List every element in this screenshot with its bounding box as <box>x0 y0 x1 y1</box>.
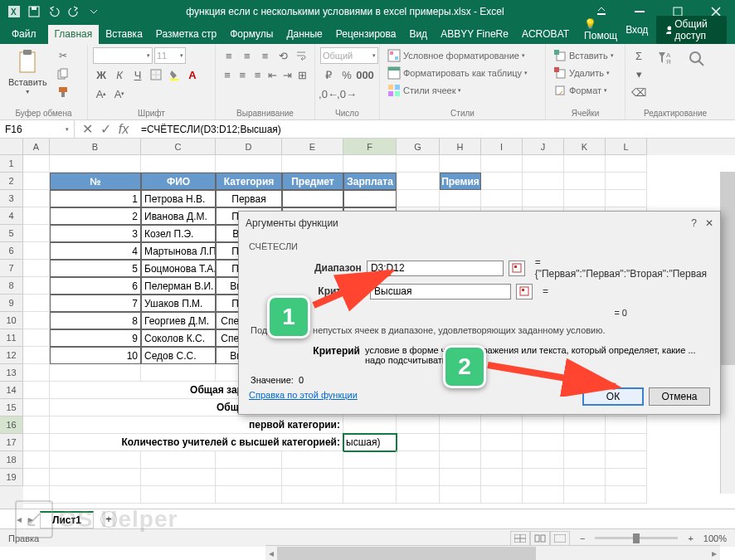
cell[interactable]: Первая <box>216 190 282 207</box>
cell[interactable] <box>23 382 50 399</box>
cell[interactable]: Пелерман В.И. <box>141 277 216 295</box>
sort-filter-button[interactable]: AЯ <box>652 47 679 100</box>
fx-icon[interactable]: fx <box>116 122 131 137</box>
row-header-15[interactable]: 15 <box>0 399 23 416</box>
active-cell[interactable]: ысшая) <box>343 434 397 451</box>
cell[interactable] <box>216 486 282 504</box>
dialog-close-icon[interactable]: ✕ <box>705 217 713 229</box>
cell[interactable] <box>397 434 440 451</box>
cell[interactable] <box>50 364 141 382</box>
cell[interactable] <box>343 190 397 207</box>
name-box[interactable]: F16▾ <box>0 120 75 138</box>
cell[interactable] <box>564 155 606 173</box>
cell[interactable] <box>397 486 440 504</box>
cell[interactable]: 3 <box>50 225 141 242</box>
cancel-button[interactable]: Отмена <box>649 387 710 406</box>
fill-icon[interactable]: ▾ <box>630 66 647 82</box>
cell[interactable] <box>564 469 606 486</box>
col-header-H[interactable]: H <box>440 139 481 155</box>
row-header-18[interactable]: 18 <box>0 451 23 469</box>
col-header-B[interactable]: B <box>50 139 141 155</box>
row-header-5[interactable]: 5 <box>0 225 23 242</box>
cell[interactable] <box>141 364 216 382</box>
format-cells-button[interactable]: Формат▾ <box>551 82 620 99</box>
cell[interactable]: Зарплата <box>343 173 397 190</box>
cell[interactable]: Седов С.С. <box>141 347 216 364</box>
clear-icon[interactable]: ⌫ <box>630 84 647 100</box>
cell[interactable] <box>523 469 564 486</box>
row-header-8[interactable]: 8 <box>0 277 23 295</box>
cell[interactable] <box>523 173 564 190</box>
cell[interactable] <box>481 155 523 173</box>
cell[interactable] <box>523 486 564 504</box>
increase-indent-icon[interactable]: ⇥ <box>281 66 294 83</box>
tab-insert[interactable]: Вставка <box>99 25 149 44</box>
accounting-format-icon[interactable]: ₽ <box>320 66 337 83</box>
row-header-2[interactable]: 2 <box>0 173 23 190</box>
tab-home[interactable]: Главная <box>48 25 100 44</box>
cell[interactable] <box>23 277 50 295</box>
autosum-icon[interactable]: Σ <box>630 47 647 64</box>
tab-abbyy[interactable]: ABBYY FineRe <box>434 25 515 44</box>
cell[interactable] <box>481 434 523 451</box>
comma-format-icon[interactable]: 000 <box>357 66 373 83</box>
copy-button[interactable] <box>54 66 72 82</box>
tab-formulas[interactable]: Формулы <box>223 25 280 44</box>
cell[interactable] <box>440 469 481 486</box>
signin[interactable]: Вход <box>625 24 648 36</box>
cell[interactable] <box>216 155 282 173</box>
row-header-10[interactable]: 10 <box>0 312 23 329</box>
cell[interactable] <box>397 416 440 434</box>
cell[interactable] <box>282 451 343 469</box>
cell[interactable] <box>343 451 397 469</box>
align-left-icon[interactable]: ≡ <box>221 66 234 83</box>
view-page-layout-icon[interactable] <box>530 531 550 546</box>
tell-me[interactable]: 💡 Помощ <box>584 18 617 41</box>
tab-page-layout[interactable]: Разметка стр <box>149 25 223 44</box>
cell[interactable] <box>606 434 647 451</box>
cell[interactable]: 10 <box>50 347 141 364</box>
col-header-D[interactable]: D <box>216 139 282 155</box>
share-button[interactable]: Общий доступ <box>656 16 727 44</box>
cell[interactable] <box>606 190 647 207</box>
formula-bar[interactable]: =СЧЁТЕСЛИ(D3:D12;Высшая) <box>136 124 735 135</box>
cancel-formula-icon[interactable]: ✕ <box>80 122 95 137</box>
cell[interactable]: Предмет <box>282 173 343 190</box>
cell[interactable] <box>282 190 343 207</box>
cell[interactable] <box>23 451 50 469</box>
tab-acrobat[interactable]: ACROBAT <box>515 25 576 44</box>
paste-button[interactable]: Вставить ▼ <box>5 47 51 96</box>
cell[interactable] <box>397 451 440 469</box>
cell[interactable] <box>440 155 481 173</box>
col-header-G[interactable]: G <box>397 139 440 155</box>
cell[interactable]: 9 <box>50 329 141 347</box>
cell[interactable] <box>397 173 440 190</box>
cell[interactable] <box>564 173 606 190</box>
row-header-1[interactable]: 1 <box>0 155 23 173</box>
cell[interactable] <box>23 469 50 486</box>
orientation-icon[interactable]: ⟲ <box>275 47 291 64</box>
view-page-break-icon[interactable] <box>550 531 570 546</box>
cell[interactable] <box>564 486 606 504</box>
align-center-icon[interactable]: ≡ <box>236 66 249 83</box>
align-right-icon[interactable]: ≡ <box>251 66 264 83</box>
align-middle-icon[interactable]: ≡ <box>239 47 256 64</box>
increase-font-button[interactable]: A▴ <box>93 85 110 102</box>
row-header-16[interactable]: 16 <box>0 416 23 434</box>
cell[interactable] <box>440 190 481 207</box>
select-all-corner[interactable] <box>0 139 23 155</box>
cell[interactable] <box>564 434 606 451</box>
italic-button[interactable]: К <box>111 66 128 83</box>
cell[interactable] <box>481 486 523 504</box>
cell[interactable]: Козел П.Э. <box>141 225 216 242</box>
view-normal-icon[interactable] <box>510 531 530 546</box>
cell[interactable] <box>343 416 397 434</box>
cell[interactable] <box>564 451 606 469</box>
enter-formula-icon[interactable]: ✓ <box>98 122 113 137</box>
cell[interactable] <box>50 469 141 486</box>
cell[interactable] <box>564 190 606 207</box>
cell[interactable] <box>50 155 141 173</box>
cell[interactable]: 7 <box>50 295 141 312</box>
qat-dropdown-icon[interactable] <box>86 4 101 19</box>
row-header-19[interactable]: 19 <box>0 469 23 486</box>
